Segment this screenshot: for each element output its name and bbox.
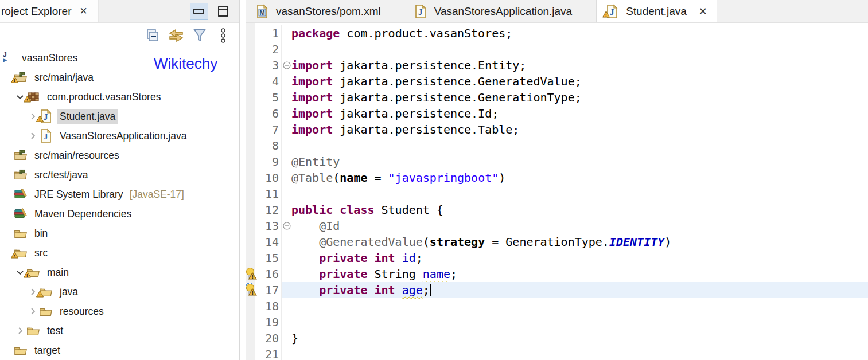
code-line-1[interactable]: 1package com.product.vasanStores; [246, 25, 868, 41]
code-line-content[interactable]: @Table(name = "javaspringboot") [291, 170, 868, 186]
tree-item-com-product-vasanstores[interactable]: !com.product.vasanStores [0, 87, 239, 107]
line-number: 6 [255, 107, 281, 120]
code-line-content[interactable]: import jakarta.persistence.Entity; [291, 57, 868, 73]
code-line-content[interactable]: @GeneratedValue(strategy = GenerationTyp… [291, 234, 868, 250]
tree-item-student-java[interactable]: J!Student.java [0, 107, 239, 126]
svg-text:!: ! [26, 97, 28, 103]
filter-button[interactable] [192, 28, 208, 44]
editor-tab-student-java[interactable]: J!Student.java✕ [596, 0, 717, 22]
fold-minus-icon[interactable] [281, 57, 291, 73]
tree-item-label: JRE System Library [32, 187, 126, 202]
view-menu-button[interactable] [215, 28, 231, 44]
code-line-content[interactable] [291, 138, 868, 154]
marker-bar [246, 122, 255, 138]
code-line-19[interactable]: 19 [246, 314, 868, 330]
code-line-content[interactable]: import jakarta.persistence.Table; [291, 122, 868, 138]
marker-bar [246, 41, 255, 57]
marker-bar [246, 234, 255, 250]
code-line-9[interactable]: 9@Entity [246, 154, 868, 170]
warning-icon: ! [24, 93, 31, 105]
code-line-5[interactable]: 5import jakarta.persistence.GenerationTy… [246, 89, 868, 105]
code-line-content[interactable] [291, 298, 868, 314]
folder-icon: ! [26, 265, 40, 279]
chevron-right-icon[interactable] [26, 132, 39, 139]
link-with-editor-button[interactable] [168, 28, 184, 44]
fold-minus-icon[interactable] [281, 218, 291, 234]
editor-tab-vasanstoresapplication-java[interactable]: JVasanStoresApplication.java [405, 0, 596, 22]
panel-divider[interactable] [240, 0, 246, 360]
code-line-content[interactable]: import jakarta.persistence.Id; [291, 105, 868, 122]
code-line-4[interactable]: 4import jakarta.persistence.GeneratedVal… [246, 73, 868, 89]
code-line-content[interactable]: public class Student { [291, 202, 868, 218]
marker-bar [246, 314, 255, 330]
folder-icon [26, 324, 40, 338]
marker-bar [246, 250, 255, 266]
close-icon[interactable]: ✕ [80, 5, 88, 17]
tree-item-test[interactable]: test [0, 321, 239, 341]
line-number: 7 [255, 123, 281, 136]
code-line-content[interactable]: import jakarta.persistence.GenerationTyp… [291, 89, 868, 105]
minimize-button[interactable] [190, 3, 208, 20]
code-line-6[interactable]: 6import jakarta.persistence.Id; [246, 105, 868, 122]
code-line-content[interactable] [291, 41, 868, 57]
maximize-icon [217, 5, 229, 18]
code-line-content[interactable]: private int age; [291, 282, 868, 298]
code-line-content[interactable]: import jakarta.persistence.GeneratedValu… [291, 73, 868, 89]
code-line-12[interactable]: 12public class Student { [246, 202, 868, 218]
code-line-17[interactable]: !17 private int age; [246, 282, 868, 298]
code-line-content[interactable]: @Entity [291, 154, 868, 170]
code-line-11[interactable]: 11 [246, 186, 868, 202]
code-line-content[interactable]: } [291, 330, 868, 346]
chevron-right-icon[interactable] [14, 327, 26, 334]
code-line-10[interactable]: 10@Table(name = "javaspringboot") [246, 170, 868, 186]
tree-item-jre-system-library[interactable]: JRE System Library[JavaSE-17] [0, 185, 239, 204]
code-line-content[interactable]: private String name; [291, 266, 868, 282]
code-line-18[interactable]: 18 [246, 298, 868, 314]
tree-item-bin[interactable]: bin [0, 224, 239, 243]
fold-column [281, 314, 291, 330]
code-line-3[interactable]: 3import jakarta.persistence.Entity; [246, 57, 868, 73]
tree-item-resources[interactable]: resources [0, 302, 239, 321]
code-editor[interactable]: 1package com.product.vasanStores;23impor… [246, 23, 868, 360]
tree-item-target[interactable]: target [0, 341, 239, 360]
tree-item-main[interactable]: !main [0, 263, 239, 282]
quickfix-warning-icon[interactable]: ! [246, 266, 255, 282]
code-line-8[interactable]: 8 [246, 138, 868, 154]
code-line-15[interactable]: 15 private int id; [246, 250, 868, 266]
code-line-7[interactable]: 7import jakarta.persistence.Table; [246, 122, 868, 138]
chevron-right-icon[interactable] [26, 308, 39, 315]
line-number: 11 [255, 187, 281, 201]
code-line-content[interactable] [291, 346, 868, 360]
folder-icon [14, 226, 28, 240]
code-line-20[interactable]: 20} [246, 330, 868, 346]
fold-column [281, 202, 291, 218]
editor-tab-label: vasanStores/pom.xml [276, 5, 381, 18]
marker-bar [246, 298, 255, 314]
code-line-2[interactable]: 2 [246, 41, 868, 57]
code-line-21[interactable]: 21 [246, 346, 868, 360]
collapse-all-button[interactable] [145, 28, 161, 44]
code-line-content[interactable] [291, 186, 868, 202]
fold-column [281, 330, 291, 346]
close-icon[interactable]: ✕ [699, 5, 707, 18]
tree-item-vasanstoresapplication-java[interactable]: JVasanStoresApplication.java [0, 126, 239, 146]
tree-item-maven-dependencies[interactable]: Maven Dependencies [0, 204, 239, 224]
code-line-14[interactable]: 14 @GeneratedValue(strategy = Generation… [246, 234, 868, 250]
code-line-content[interactable]: private int id; [291, 250, 868, 266]
quickfix-warning-icon[interactable]: ! [246, 282, 255, 298]
line-number: 9 [255, 155, 281, 169]
java-file-icon: J [414, 4, 428, 19]
code-line-content[interactable]: @Id [291, 218, 868, 234]
tree-item-java[interactable]: !java [0, 282, 239, 302]
tree-item-src-test-java[interactable]: src/test/java [0, 165, 239, 185]
code-line-content[interactable]: package com.product.vasanStores; [291, 25, 868, 41]
code-line-content[interactable] [291, 314, 868, 330]
text-cursor [430, 284, 431, 296]
editor-tab-vasanstores-pom-xml[interactable]: MvasanStores/pom.xml [247, 0, 405, 22]
project-explorer-tab[interactable]: roject Explorer ✕ [0, 0, 99, 22]
maximize-button[interactable] [214, 3, 232, 20]
code-line-16[interactable]: !16 private String name; [246, 266, 868, 282]
tree-item-src-main-resources[interactable]: src/main/resources [0, 146, 239, 165]
tree-item-src[interactable]: !src [0, 243, 239, 263]
code-line-13[interactable]: 13 @Id [246, 218, 868, 234]
